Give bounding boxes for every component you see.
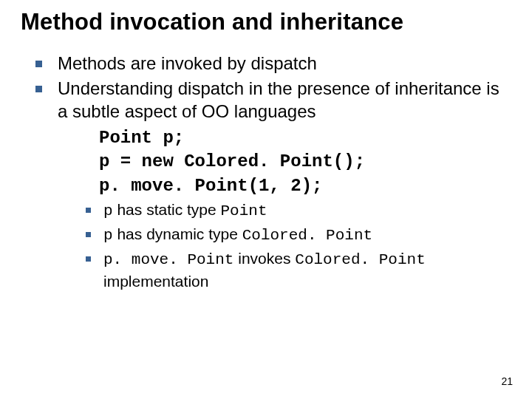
code-line-1: Point p;: [99, 128, 184, 148]
sub-bullet-2: p has dynamic type Colored. Point: [86, 224, 511, 247]
sub3-code-a: p. move. Point: [103, 251, 233, 268]
sub1-code-b: Point: [221, 202, 267, 219]
sub2-code-b: Colored. Point: [242, 227, 372, 244]
sub2-text: has dynamic type: [113, 225, 242, 242]
sub-bullet-list: p has static type Point p has dynamic ty…: [86, 200, 511, 293]
sub3-code-b: Colored. Point: [295, 251, 425, 268]
sub2-code-a: p: [103, 227, 113, 244]
slide-title: Method invocation and inheritance: [21, 9, 511, 35]
bullet-item-1: Methods are invoked by dispatch: [35, 52, 511, 75]
code-line-2: p = new Colored. Point();: [99, 151, 365, 171]
sub-bullet-3: p. move. Point invokes Colored. Point im…: [86, 248, 511, 293]
sub3-text-b: implementation: [103, 273, 208, 290]
sub1-code-a: p: [103, 202, 113, 219]
sub3-text-a: invokes: [233, 250, 295, 267]
bullet-list: Methods are invoked by dispatch Understa…: [21, 52, 511, 293]
page-number: 21: [501, 375, 513, 387]
sub1-text: has static type: [113, 201, 221, 218]
bullet-item-2-text: Understanding dispatch in the presence o…: [58, 78, 499, 122]
sub-bullet-1: p has static type Point: [86, 200, 511, 222]
bullet-item-2: Understanding dispatch in the presence o…: [35, 77, 511, 293]
code-line-3: p. move. Point(1, 2);: [99, 176, 322, 196]
code-block: Point p; p = new Colored. Point(); p. mo…: [99, 126, 511, 198]
slide: Method invocation and inheritance Method…: [0, 0, 532, 399]
